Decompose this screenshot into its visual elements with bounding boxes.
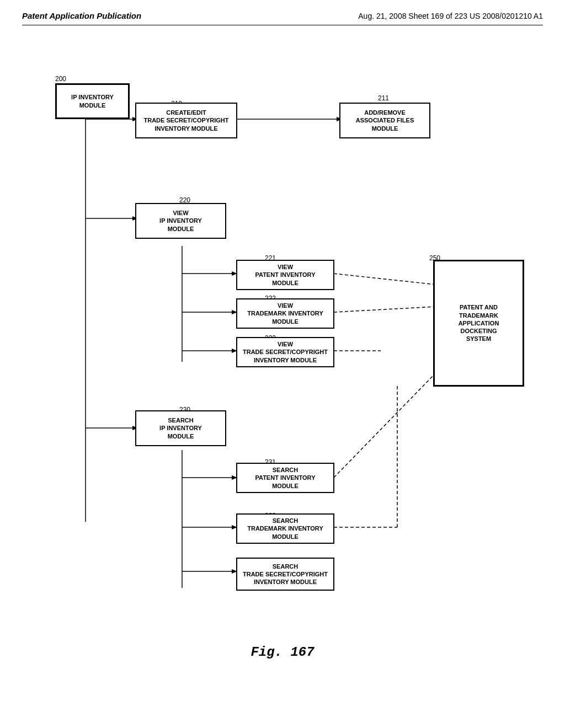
svg-line-26: [334, 307, 436, 312]
box-create-edit: CREATE/EDIT TRADE SECRET/COPYRIGHT INVEN…: [135, 103, 237, 138]
box-search-trade-secret: SEARCH TRADE SECRET/COPYRIGHT INVENTORY …: [236, 558, 334, 591]
page-header: Patent Application Publication Aug. 21, …: [22, 11, 543, 25]
box-patent-trademark-system: PATENT AND TRADEMARK APPLICATION DOCKETI…: [433, 260, 524, 387]
box-ip-inventory: IP INVENTORY MODULE: [55, 83, 130, 119]
box-search-patent: SEARCH PATENT INVENTORY MODULE: [236, 463, 334, 493]
box-view-ip: VIEW IP INVENTORY MODULE: [135, 203, 226, 239]
publication-info: Aug. 21, 2008 Sheet 169 of 223 US 2008/0…: [358, 12, 543, 20]
svg-line-29: [334, 373, 436, 478]
box-view-trademark: VIEW TRADEMARK INVENTORY MODULE: [236, 298, 334, 329]
figure-caption: Fig. 167: [250, 645, 314, 660]
svg-line-24: [334, 274, 436, 285]
label-200: 200: [55, 75, 66, 83]
label-211: 211: [378, 94, 389, 102]
box-search-ip: SEARCH IP INVENTORY MODULE: [135, 410, 226, 446]
page: Patent Application Publication Aug. 21, …: [0, 0, 565, 728]
publication-label: Patent Application Publication: [22, 11, 141, 20]
box-view-trade-secret: VIEW TRADE SECRET/COPYRIGHT INVENTORY MO…: [236, 337, 334, 367]
box-search-trademark: SEARCH TRADEMARK INVENTORY MODULE: [236, 513, 334, 544]
diagram-area: 200 IP INVENTORY MODULE 210 CREATE/EDIT …: [22, 42, 543, 665]
box-view-patent: VIEW PATENT INVENTORY MODULE: [236, 260, 334, 290]
box-add-remove: ADD/REMOVE ASSOCIATED FILES MODULE: [339, 103, 430, 138]
